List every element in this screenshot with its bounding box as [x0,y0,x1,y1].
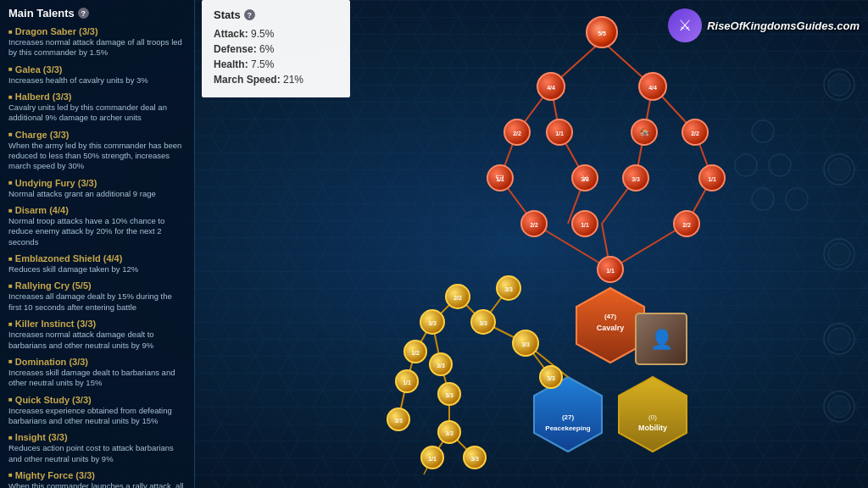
svg-text:2/2: 2/2 [682,222,691,228]
svg-text:1/1: 1/1 [555,130,564,136]
stats-panel: Stats ? Attack: 9.5%Defense: 6%Health: 7… [202,0,350,97]
talent-desc: Reduces action point cost to attack barb… [8,443,186,464]
svg-text:(27): (27) [562,413,575,421]
svg-text:3/3: 3/3 [437,363,445,369]
talent-item: Dragon Saber (3/3) Increases normal atta… [8,26,186,58]
talent-item: Mighty Force (3/3) When this commander l… [8,470,186,488]
svg-text:1/1: 1/1 [428,456,437,462]
talent-name: Domination (3/3) [8,357,186,367]
svg-text:4/4: 4/4 [547,85,555,91]
talent-desc: Increases experience obtained from defea… [8,406,186,427]
svg-text:1/1: 1/1 [581,222,589,228]
svg-text:(0): (0) [648,413,657,421]
talent-name: Insight (3/3) [8,432,186,442]
svg-text:2/2: 2/2 [513,130,521,136]
svg-point-7 [828,328,850,350]
stat-line: Attack: 9.5% [214,28,338,40]
svg-text:3/3: 3/3 [547,375,555,381]
svg-text:Peacekeeping: Peacekeeping [545,424,590,432]
stat-line: Defense: 6% [214,43,338,55]
svg-point-9 [828,396,850,418]
stat-line: March Speed: 21% [214,74,338,86]
talent-desc: Increases health of cavalry units by 3% [8,75,186,86]
talent-item: Disarm (4/4) Normal troop attacks have a… [8,205,186,247]
svg-text:5/5: 5/5 [598,30,606,36]
svg-text:3/3: 3/3 [504,286,513,292]
talent-name: Dragon Saber (3/3) [8,26,186,36]
panel-title: Main Talents ? [8,7,186,19]
svg-text:🛡: 🛡 [496,174,504,183]
svg-text:Cavalry: Cavalry [597,324,625,332]
talent-name: Disarm (4/4) [8,205,186,215]
svg-text:4/4: 4/4 [648,85,657,91]
talent-item: Killer Instinct (3/3) Increases normal a… [8,319,186,351]
svg-text:Mobility: Mobility [638,424,667,432]
talent-desc: When this commander launches a rally att… [8,481,186,488]
talents-list: Dragon Saber (3/3) Increases normal atta… [8,26,186,488]
talent-desc: Increases normal attack damage of all tr… [8,37,186,58]
stats-help-icon[interactable]: ? [244,9,255,20]
talent-item: Emblazoned Shield (4/4) Reduces skill da… [8,253,186,274]
watermark-icon: ⚔ [668,8,702,42]
svg-point-5 [828,243,850,265]
svg-text:👤: 👤 [650,328,674,351]
talent-item: Galea (3/3) Increases health of cavalry … [8,64,186,86]
stats-list: Attack: 9.5%Defense: 6%Health: 7.5%March… [214,28,338,86]
svg-point-1 [828,74,850,96]
svg-text:(47): (47) [604,313,617,320]
svg-text:1/1: 1/1 [708,176,716,182]
talent-desc: Normal attacks grant an additional 9 rag… [8,189,186,199]
svg-point-3 [828,158,850,180]
talent-desc: Increases skill damage dealt to barbaria… [8,368,186,389]
talent-name: Halberd (3/3) [8,92,186,102]
svg-text:1/1: 1/1 [403,380,411,385]
svg-point-113 [735,154,757,176]
stats-title: Stats ? [214,8,338,21]
panel-title-text: Main Talents [8,7,75,19]
talent-item: Quick Study (3/3) Increases experience o… [8,395,186,427]
talent-name: Undying Fury (3/3) [8,178,186,188]
talent-item: Insight (3/3) Reduces action point cost … [8,432,186,464]
stats-title-text: Stats [214,8,241,21]
talent-name: Emblazoned Shield (4/4) [8,253,186,263]
svg-text:⚔: ⚔ [581,174,589,183]
left-panel: Main Talents ? Dragon Saber (3/3) Increa… [0,0,195,488]
talent-name: Rallying Cry (5/5) [8,280,186,291]
talent-name: Mighty Force (3/3) [8,470,186,480]
talent-name: Charge (3/3) [8,130,186,140]
talent-desc: Reduces skill damage taken by 12% [8,264,186,274]
svg-point-112 [752,120,774,142]
svg-point-114 [769,154,791,176]
svg-text:3/3: 3/3 [394,418,403,424]
talent-desc: When the army led by this commander has … [8,141,186,172]
svg-text:3/3: 3/3 [445,430,453,436]
watermark: ⚔ RiseOfKingdomsGuides.com [668,8,860,42]
talent-item: Halberd (3/3) Cavalry units led by this … [8,92,186,124]
talent-name: Galea (3/3) [8,64,186,75]
talent-item: Domination (3/3) Increases skill damage … [8,357,186,389]
svg-text:🏇: 🏇 [639,127,650,138]
talent-item: Undying Fury (3/3) Normal attacks grant … [8,178,186,199]
talent-desc: Increases normal attack damage dealt to … [8,330,186,351]
svg-text:1/1: 1/1 [606,268,615,274]
talent-item: Rallying Cry (5/5) Increases all damage … [8,280,186,313]
svg-text:3/3: 3/3 [632,176,640,182]
watermark-text: RiseOfKingdomsGuides.com [707,19,860,32]
svg-text:2/2: 2/2 [530,222,538,228]
svg-text:2/2: 2/2 [453,295,462,301]
talent-desc: Normal troop attacks have a 10% chance t… [8,216,186,247]
svg-text:3/3: 3/3 [428,320,437,326]
panel-help-icon[interactable]: ? [78,8,89,19]
svg-text:1/2: 1/2 [411,350,420,356]
svg-text:3/3: 3/3 [470,456,479,462]
svg-text:3/3: 3/3 [479,320,487,326]
svg-text:3/3: 3/3 [445,392,453,398]
stat-line: Health: 7.5% [214,58,338,70]
svg-text:2/2: 2/2 [691,130,699,136]
talent-name: Killer Instinct (3/3) [8,319,186,329]
talent-name: Quick Study (3/3) [8,395,186,405]
talent-desc: Cavalry units led by this commander deal… [8,103,186,124]
talent-item: Charge (3/3) When the army led by this c… [8,130,186,172]
svg-point-115 [752,188,774,210]
svg-point-116 [786,188,808,210]
